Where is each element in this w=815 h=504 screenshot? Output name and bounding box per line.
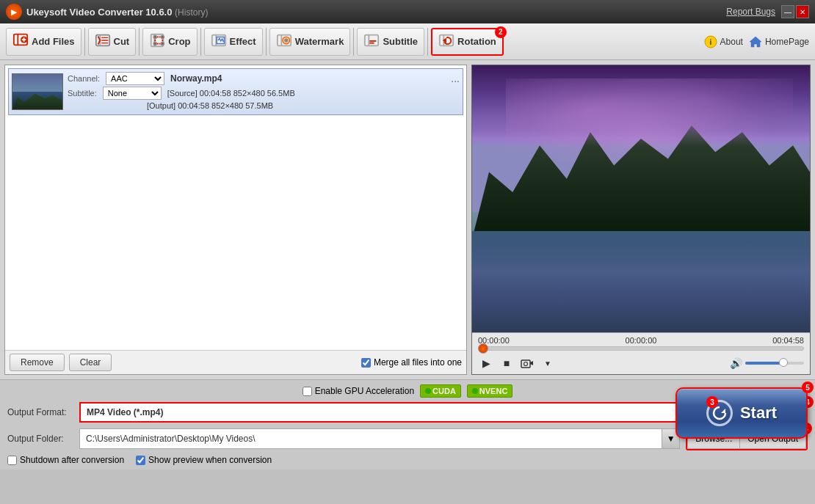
toolbar: Add Files Cut Cro [0,23,815,60]
shutdown-option: Shutdown after conversion [7,455,124,465]
stop-button[interactable]: ■ [499,355,515,371]
svg-point-20 [285,39,288,42]
progress-thumb[interactable] [478,343,488,354]
file-list: Channel: AAC Norway.mp4 ... Subtitle: No… [5,65,466,350]
file-thumbnail [12,73,63,110]
format-badge: 3 [706,396,718,408]
effect-button[interactable]: Effect [204,28,263,56]
cut-icon [95,32,111,51]
app-title: Ukeysoft Video Converter 10.6.0 (History… [26,7,726,18]
clear-button[interactable]: Clear [69,354,112,371]
toolbar-separator-6 [427,28,428,56]
minimize-button[interactable]: — [781,5,794,18]
toolbar-right: i About HomePage [704,35,809,48]
gpu-checkbox-container: Enable GPU Acceleration [303,386,414,396]
preview-option: Show preview when conversion [136,455,272,465]
title-bar: ▶ Ukeysoft Video Converter 10.6.0 (Histo… [0,0,815,23]
merge-checkbox[interactable] [361,358,371,368]
volume-fill [745,362,780,365]
start-btn-container: Start 5 [675,387,808,439]
svg-rect-31 [521,360,530,368]
cuda-label: CUDA [432,387,456,395]
subtitle-label: Subtitle [383,36,418,47]
add-files-icon [12,32,29,51]
nvidia-dot-cuda [425,388,431,394]
cut-button[interactable]: Cut [88,28,137,56]
file-menu-dots[interactable]: ... [451,73,460,84]
progress-track [478,346,804,351]
app-logo: ▶ [6,4,22,20]
preview-checkbox[interactable] [136,456,145,465]
rotation-label: Rotation [457,36,496,47]
bottom-section: Enable GPU Acceleration CUDA NVENC Outpu… [0,379,815,470]
output-format-label: Output Format: [7,407,73,417]
volume-track[interactable] [745,362,804,365]
svg-point-33 [524,362,528,366]
format-select[interactable]: MP4 Video (*.mp4) [79,402,695,423]
camera-dropdown[interactable]: ▼ [540,355,556,371]
preview-time-mid: 00:00:00 [626,336,657,345]
close-button[interactable]: ✕ [796,5,809,18]
svg-point-13 [162,43,164,45]
folder-input[interactable] [79,428,662,449]
volume-control: 🔊 [730,357,804,369]
merge-label: Merge all files into one [374,357,462,368]
folder-input-container: ▼ [79,428,680,449]
file-panel: Channel: AAC Norway.mp4 ... Subtitle: No… [4,65,467,375]
homepage-button[interactable]: HomePage [749,35,809,48]
start-badge: 5 [802,381,814,393]
toolbar-separator [84,28,85,56]
add-files-button[interactable]: Add Files [6,28,82,56]
watermark-button[interactable]: Watermark [269,28,351,56]
merge-checkbox-container: Merge all files into one [361,357,462,368]
preview-controls: 00:00:00 00:00:00 00:04:58 ▶ ■ ▼ [472,332,810,374]
rotation-button[interactable]: Rotation 2 [431,28,504,56]
nvenc-badge: NVENC [467,384,513,398]
effect-icon [211,32,227,51]
crop-icon [149,32,165,51]
play-button[interactable]: ▶ [478,355,494,371]
subtitle-button[interactable]: Subtitle [357,28,424,56]
svg-marker-30 [750,37,761,47]
start-button[interactable]: Start [675,387,808,439]
add-files-label: Add Files [32,36,75,47]
remove-button[interactable]: Remove [10,354,65,371]
preview-progress[interactable] [478,346,804,351]
file-channel-row: Channel: AAC Norway.mp4 ... [68,72,460,85]
cut-label: Cut [114,36,130,47]
watermark-icon [276,32,292,51]
preview-reflection [472,231,810,332]
cuda-badge: CUDA [420,384,461,398]
subtitle-label-field: Subtitle: [68,89,97,98]
output-folder-label: Output Folder: [7,434,73,444]
rotation-badge: 2 [495,26,507,38]
channel-select[interactable]: AAC [106,72,164,85]
main-content: Channel: AAC Norway.mp4 ... Subtitle: No… [0,60,815,379]
about-button[interactable]: i About [704,35,743,48]
crop-label: Crop [168,36,190,47]
file-info: Channel: AAC Norway.mp4 ... Subtitle: No… [68,72,460,112]
volume-thumb[interactable] [779,358,788,367]
file-output-row: [Output] 00:04:58 852×480 57.5MB [68,101,460,110]
start-label: Start [740,403,777,423]
subtitle-select[interactable]: None [103,87,162,100]
report-bugs-link[interactable]: Report Bugs [726,7,775,17]
homepage-label: HomePage [765,37,809,47]
volume-icon: 🔊 [730,357,742,369]
gpu-checkbox[interactable] [303,387,312,396]
window-controls: — ✕ [781,5,809,18]
file-item[interactable]: Channel: AAC Norway.mp4 ... Subtitle: No… [8,68,463,115]
shutdown-checkbox[interactable] [7,456,17,465]
thumb-image [12,74,62,109]
file-source-meta: [Source] 00:04:58 852×480 56.5MB [167,89,295,98]
shutdown-label: Shutdown after conversion [20,455,124,465]
toolbar-separator-5 [353,28,354,56]
svg-point-12 [154,43,157,45]
svg-text:i: i [709,38,711,46]
gpu-label: Enable GPU Acceleration [315,386,414,396]
file-output-meta: [Output] 00:04:58 852×480 57.5MB [147,101,273,110]
camera-button[interactable] [519,355,535,371]
preview-video [472,65,810,332]
toolbar-separator-2 [139,28,140,56]
crop-button[interactable]: Crop [142,28,197,56]
